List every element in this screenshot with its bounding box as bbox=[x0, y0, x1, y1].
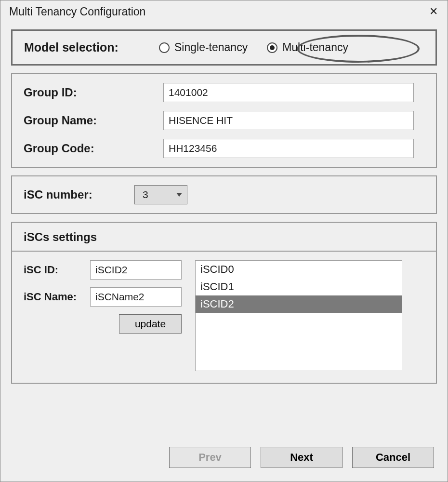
iscs-settings-panel: iSCs settings iSC ID: iSC Name: update i… bbox=[11, 222, 437, 384]
group-name-label: Group Name: bbox=[24, 114, 158, 127]
list-item[interactable]: iSCID2 bbox=[196, 295, 402, 313]
isc-name-input[interactable] bbox=[90, 287, 182, 307]
group-code-input[interactable] bbox=[163, 139, 414, 158]
update-button[interactable]: update bbox=[119, 314, 182, 334]
radio-single-tenancy[interactable]: Single-tenancy bbox=[159, 41, 248, 54]
isc-name-label: iSC Name: bbox=[24, 291, 86, 303]
cancel-button[interactable]: Cancel bbox=[352, 447, 434, 468]
group-id-label: Group ID: bbox=[24, 86, 158, 99]
isc-number-panel: iSC number: 3 bbox=[11, 175, 437, 214]
group-panel: Group ID: Group Name: Group Code: bbox=[11, 73, 437, 168]
radio-multi-tenancy[interactable]: Multi-tenancy bbox=[267, 41, 348, 54]
group-code-label: Group Code: bbox=[24, 142, 158, 155]
model-selection-label: Model selection: bbox=[24, 40, 140, 54]
isc-number-label: iSC number: bbox=[24, 188, 125, 201]
isc-number-select[interactable]: 3 bbox=[134, 185, 187, 204]
title-bar: Multi Tenancy Configuration ✕ bbox=[0, 0, 448, 23]
isc-id-input[interactable] bbox=[90, 260, 182, 280]
radio-icon bbox=[159, 42, 170, 53]
model-selection-panel: Model selection: Single-tenancy Multi-te… bbox=[11, 29, 437, 66]
prev-button: Prev bbox=[169, 447, 251, 468]
chevron-down-icon bbox=[176, 193, 182, 197]
group-name-input[interactable] bbox=[163, 111, 414, 130]
radio-icon bbox=[267, 42, 277, 53]
radio-multi-label: Multi-tenancy bbox=[282, 41, 348, 54]
list-item[interactable]: iSCID0 bbox=[196, 261, 402, 278]
iscs-settings-header: iSCs settings bbox=[12, 223, 436, 252]
window-title: Multi Tenancy Configuration bbox=[9, 5, 145, 18]
dialog-window: Multi Tenancy Configuration ✕ Model sele… bbox=[0, 0, 448, 482]
next-button[interactable]: Next bbox=[261, 447, 343, 468]
close-icon[interactable]: ✕ bbox=[426, 4, 441, 19]
dialog-body: Model selection: Single-tenancy Multi-te… bbox=[0, 23, 448, 384]
isc-number-value: 3 bbox=[143, 189, 148, 201]
model-selection-row: Model selection: Single-tenancy Multi-te… bbox=[24, 40, 424, 54]
radio-single-label: Single-tenancy bbox=[174, 41, 248, 54]
group-id-input[interactable] bbox=[163, 83, 414, 102]
isc-id-label: iSC ID: bbox=[24, 264, 86, 276]
isc-listbox[interactable]: iSCID0iSCID1iSCID2 bbox=[195, 260, 402, 371]
list-item[interactable]: iSCID1 bbox=[196, 278, 402, 295]
dialog-footer: Prev Next Cancel bbox=[169, 447, 434, 468]
